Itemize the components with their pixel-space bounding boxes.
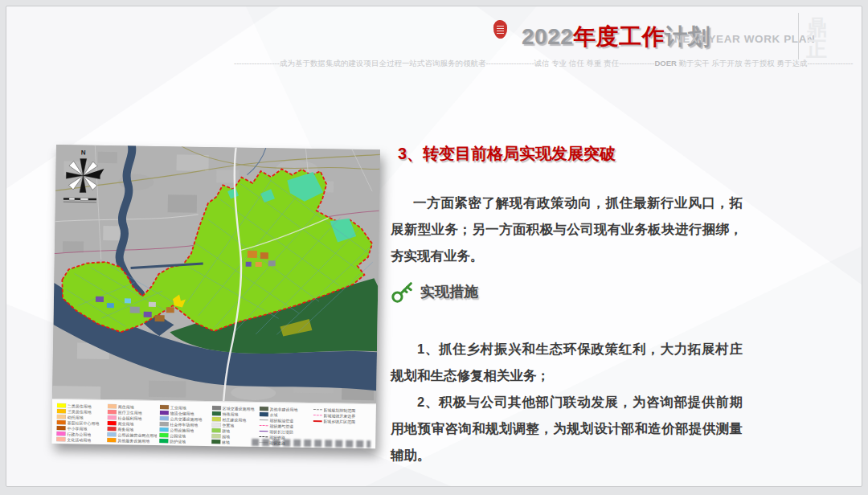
- legend-item: 文化活动用地: [56, 436, 104, 443]
- tagline-doer-values: 勤于实干 乐于开放 善于授权 勇于达成: [679, 59, 808, 68]
- tagline-values: 诚信 专业 信任 尊重 责任: [534, 59, 620, 68]
- measure-point-1: 1、抓住乡村振兴和生态环保政策红利，大力拓展村庄规划和生态修复相关业务；: [391, 336, 743, 389]
- measures-header: 实现措施: [391, 280, 478, 304]
- measure-points: 1、抓住乡村振兴和生态环保政策红利，大力拓展村庄规划和生态修复相关业务； 2、积…: [391, 336, 743, 468]
- slide: 2022年度工作计划 NEXT YEAR WORK PLAN 鼎 正 -----…: [6, 6, 862, 487]
- key-icon: [391, 280, 415, 304]
- measures-title: 实现措施: [420, 282, 478, 301]
- land-use-planning-map: N 二类居住用地三类居住用地幼托用地基层社区中心用地中小学用地行政办公用地文化活…: [51, 145, 380, 448]
- measure-point-2: 2、积极与公司其他部门联动发展，为咨询部提供前期用地预审咨询和规划调整，为规划设…: [391, 389, 743, 468]
- section-heading: 3、转变目前格局实现发展突破: [398, 143, 743, 165]
- company-logo: 鼎 正: [805, 17, 829, 60]
- tagline-dashes: ------------------: [234, 59, 280, 68]
- seal-stamp-icon: [493, 20, 507, 39]
- slide-content: 3、转变目前格局实现发展突破 一方面紧密了解现有政策动向，抓住最新行业风口，拓展…: [391, 143, 743, 165]
- tagline-dashes: --------------: [619, 59, 654, 68]
- legend-item: 林地: [211, 439, 256, 445]
- tagline-dashes: -------------------: [485, 59, 534, 68]
- header-divider: [798, 13, 799, 59]
- legend-item: 其他服务设施用地: [107, 437, 157, 444]
- logo-char-bottom: 正: [805, 39, 829, 60]
- map-graphic: N: [52, 145, 380, 403]
- north-label: N: [81, 149, 86, 156]
- legend-item: 新城乡镇片区范围: [313, 418, 372, 424]
- tagline-dashes: ------------------: [807, 59, 853, 68]
- header-tagline: ------------------成为基于数据集成的建设项目全过程一站式咨询服…: [234, 59, 853, 69]
- title-red-part: 年度工作: [573, 24, 665, 49]
- logo-char-top: 鼎: [805, 17, 829, 39]
- legend-item: 防护绿地: [159, 438, 209, 444]
- tagline-doer: DOER: [654, 59, 676, 68]
- title-year: 2022: [522, 24, 573, 49]
- slide-title-english: NEXT YEAR WORK PLAN: [674, 33, 815, 45]
- tagline-slogan: 成为基于数据集成的建设项目全过程一站式咨询服务的领航者: [280, 59, 486, 68]
- intro-paragraph: 一方面紧密了解现有政策动向，抓住最新行业风口，拓展新型业务；另一方面积极与公司现…: [391, 190, 743, 269]
